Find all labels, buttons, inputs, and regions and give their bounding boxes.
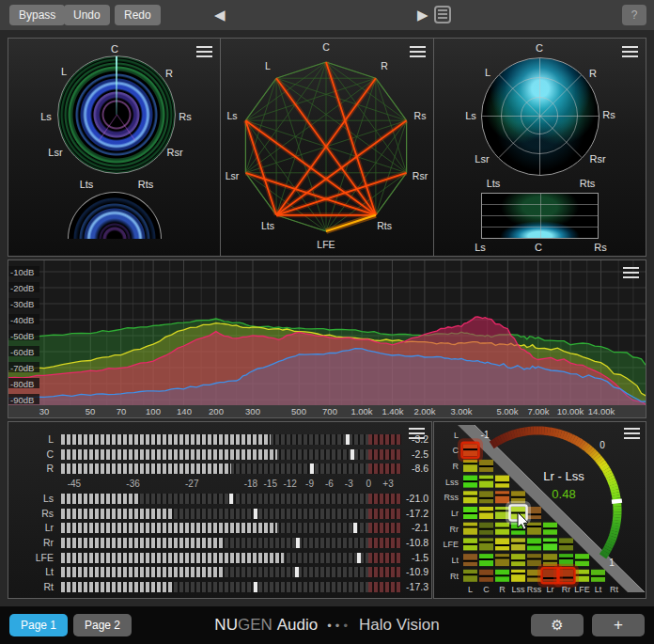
freq-axis-tick: 50 xyxy=(86,406,96,416)
matrix-col-label: Lss xyxy=(511,585,525,594)
channel-label-c: C xyxy=(536,42,543,54)
meter-peak-marker xyxy=(350,449,354,460)
matrix-row-label: R xyxy=(453,462,459,471)
matrix-cell-Rr-Rss[interactable] xyxy=(527,523,541,535)
meter-peak-marker xyxy=(254,509,257,519)
meter-bar xyxy=(61,509,401,519)
matrix-cell-Rt-Lss[interactable] xyxy=(511,570,525,582)
meter-peak-marker xyxy=(229,494,233,504)
matrix-col-label: R xyxy=(499,585,506,594)
meter-peak-marker xyxy=(353,523,357,533)
play-icon[interactable]: ▶ xyxy=(417,7,428,24)
meter-value: -10.9 xyxy=(397,566,428,577)
settings-gear-button[interactable]: ⚙ xyxy=(531,614,584,636)
spectrum-panel: 3050701001402003005007001.00k1.40k2.00k3… xyxy=(8,259,646,418)
meter-bar xyxy=(61,538,401,548)
matrix-col-label: Rr xyxy=(562,585,571,594)
meter-bar xyxy=(61,567,401,577)
matrix-cell-Lt-R[interactable] xyxy=(495,554,509,566)
meter-scale-tick: -15 xyxy=(264,479,277,489)
footer: Page 1 Page 2 NUGENAudio • • • Halo Visi… xyxy=(0,606,654,644)
meter-scale-tick: -6 xyxy=(325,479,334,489)
freq-axis-tick: 140 xyxy=(177,406,192,416)
spatial-radar xyxy=(481,57,600,176)
web-vertex-label: Rts xyxy=(377,220,392,231)
matrix-cell-Lt-Rss[interactable] xyxy=(527,554,541,566)
meter-bar xyxy=(61,523,401,533)
panel-menu-icon[interactable] xyxy=(410,46,426,58)
meter-row-LFE: LFE-1.5 xyxy=(8,552,431,565)
meter-row-C: C-2.5 xyxy=(8,448,431,462)
web-vertex-label: Lts xyxy=(261,220,274,231)
freq-axis-tick: 5.00k xyxy=(496,406,518,416)
panel-menu-icon[interactable] xyxy=(622,46,638,58)
meter-scale: -45-36-27-18-15-12-9-6-30+3 xyxy=(8,478,431,491)
db-axis-tick: -80dB xyxy=(10,379,34,389)
product-name: Halo Vision xyxy=(359,616,440,635)
db-axis-tick: -50dB xyxy=(10,331,34,341)
meter-channel-label: R xyxy=(8,463,54,474)
panel-menu-icon[interactable] xyxy=(196,46,212,58)
matrix-cell-Lss-R[interactable] xyxy=(495,476,509,488)
meter-bar xyxy=(61,553,401,563)
db-axis-tick: -20dB xyxy=(10,283,34,293)
meter-bar xyxy=(61,434,401,445)
matrix-col-label: Rss xyxy=(527,585,542,594)
meter-scale-tick: -36 xyxy=(126,479,139,489)
help-button[interactable]: ? xyxy=(622,5,646,25)
freq-axis-tick: 10.00k xyxy=(557,406,584,416)
channel-label-r: R xyxy=(589,68,597,79)
channel-label-lts: Lts xyxy=(487,178,501,189)
channel-label-rts: Rts xyxy=(138,179,154,190)
matrix-cell-Lr-C[interactable] xyxy=(479,507,493,519)
page-1-button[interactable]: Page 1 xyxy=(9,614,68,636)
matrix-cell-LFE-R[interactable] xyxy=(495,538,509,550)
meter-scale-tick: -27 xyxy=(185,479,198,489)
matrix-row-label: L xyxy=(454,431,459,440)
panel-menu-icon[interactable] xyxy=(623,267,639,279)
spectrum-chart: 3050701001402003005007001.00k1.40k2.00k3… xyxy=(8,260,646,417)
matrix-cell-Rss-R[interactable] xyxy=(495,491,509,503)
meter-channel-label: Rt xyxy=(8,581,54,592)
db-axis-tick: -10dB xyxy=(10,267,34,277)
web-vertex-label: Ls xyxy=(226,110,237,121)
matrix-cell-Rr-L[interactable] xyxy=(463,523,477,535)
meter-bar xyxy=(61,463,401,474)
meter-scale-tick: 0 xyxy=(366,479,371,489)
panel-menu-icon[interactable] xyxy=(624,428,640,440)
height-channels-dome xyxy=(68,192,162,239)
db-axis-tick: -60dB xyxy=(10,347,34,357)
freq-axis-tick: 100 xyxy=(146,406,161,416)
matrix-cell-Rss-C[interactable] xyxy=(479,491,493,503)
matrix-col-label: Lt xyxy=(595,585,602,594)
matrix-cell-LFE-Lss[interactable] xyxy=(511,538,525,550)
correlation-web-panel: CRRsRsrRtsLFELtsLsrLsL xyxy=(220,38,434,257)
undo-button[interactable]: Undo xyxy=(64,5,110,25)
channel-label-l: L xyxy=(485,67,490,78)
matrix-cell-Rss-L[interactable] xyxy=(463,491,477,503)
matrix-cell-LFE-Lr[interactable] xyxy=(543,538,557,550)
meter-row-Lt: Lt-10.9 xyxy=(8,566,431,579)
center-spoke xyxy=(116,56,117,115)
toolbar: Bypass Undo Redo ◀ ▶ ? xyxy=(0,0,654,30)
brand-dot-3: • xyxy=(343,619,348,633)
add-panel-button[interactable]: + xyxy=(592,614,645,636)
preset-list-icon[interactable] xyxy=(434,6,451,24)
web-vertex-label: Rs xyxy=(414,110,427,121)
meter-scale-tick: -18 xyxy=(244,479,257,489)
matrix-cell-LFE-C[interactable] xyxy=(479,538,493,550)
meter-value: -2.1 xyxy=(397,522,428,533)
freq-axis-tick: 14.00k xyxy=(588,406,615,416)
matrix-cell-Lss-C[interactable] xyxy=(479,476,493,488)
meter-value: -17.3 xyxy=(397,581,428,592)
page-2-button[interactable]: Page 2 xyxy=(73,614,132,636)
brand-audio: Audio xyxy=(277,616,318,635)
bypass-button[interactable]: Bypass xyxy=(9,5,65,25)
matrix-cell-Rt-L[interactable] xyxy=(463,570,477,582)
channel-label-ls: Ls xyxy=(465,110,476,121)
levels-panel: L-3.2C-2.5R-8.6-45-36-27-18-15-12-9-6-30… xyxy=(8,421,432,599)
matrix-cell-Lt-L[interactable] xyxy=(463,554,477,566)
panel-menu-icon[interactable] xyxy=(409,428,425,440)
back-icon[interactable]: ◀ xyxy=(214,7,226,24)
redo-button[interactable]: Redo xyxy=(115,5,161,25)
